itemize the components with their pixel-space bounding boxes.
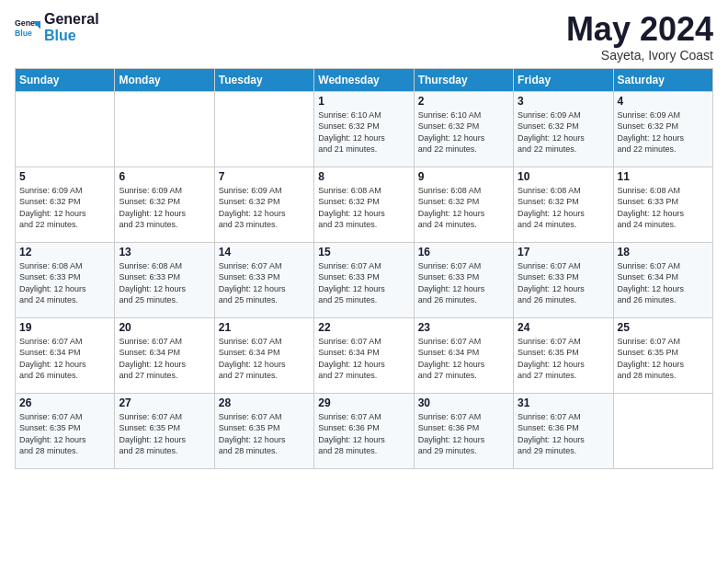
day-number: 31 (518, 396, 609, 409)
day-number: 28 (219, 396, 310, 409)
day-info: Sunrise: 6:07 AMSunset: 6:33 PMDaylight:… (418, 260, 509, 306)
calendar-cell (613, 393, 712, 468)
day-number: 2 (418, 95, 509, 108)
day-number: 26 (19, 396, 110, 409)
calendar-week-1: 1Sunrise: 6:10 AMSunset: 6:32 PMDaylight… (16, 91, 713, 167)
calendar-cell: 13Sunrise: 6:08 AMSunset: 6:33 PMDayligh… (115, 242, 214, 317)
day-number: 14 (219, 246, 310, 259)
calendar-cell: 16Sunrise: 6:07 AMSunset: 6:33 PMDayligh… (414, 242, 513, 317)
calendar-cell: 9Sunrise: 6:08 AMSunset: 6:32 PMDaylight… (414, 167, 513, 242)
day-info: Sunrise: 6:07 AMSunset: 6:33 PMDaylight:… (219, 260, 310, 306)
day-number: 15 (318, 246, 409, 259)
weekday-header-thursday: Thursday (414, 68, 513, 91)
location-subtitle: Sayeta, Ivory Coast (566, 48, 713, 63)
weekday-header-friday: Friday (514, 68, 613, 91)
calendar-cell: 8Sunrise: 6:08 AMSunset: 6:32 PMDaylight… (314, 167, 414, 242)
calendar-cell: 26Sunrise: 6:07 AMSunset: 6:35 PMDayligh… (16, 393, 115, 468)
day-info: Sunrise: 6:10 AMSunset: 6:32 PMDaylight:… (318, 109, 409, 155)
calendar-week-3: 12Sunrise: 6:08 AMSunset: 6:33 PMDayligh… (16, 242, 713, 317)
calendar-cell: 28Sunrise: 6:07 AMSunset: 6:35 PMDayligh… (214, 393, 313, 468)
calendar-header: SundayMondayTuesdayWednesdayThursdayFrid… (16, 68, 713, 91)
day-number: 25 (618, 321, 709, 334)
day-info: Sunrise: 6:08 AMSunset: 6:33 PMDaylight:… (618, 185, 709, 231)
day-number: 19 (19, 321, 110, 334)
day-number: 4 (618, 95, 709, 108)
calendar-cell: 18Sunrise: 6:07 AMSunset: 6:34 PMDayligh… (613, 242, 712, 317)
day-info: Sunrise: 6:07 AMSunset: 6:34 PMDaylight:… (219, 336, 310, 382)
day-info: Sunrise: 6:07 AMSunset: 6:36 PMDaylight:… (318, 411, 409, 457)
day-info: Sunrise: 6:07 AMSunset: 6:34 PMDaylight:… (19, 336, 110, 382)
calendar-cell: 20Sunrise: 6:07 AMSunset: 6:34 PMDayligh… (115, 317, 214, 393)
calendar-cell: 5Sunrise: 6:09 AMSunset: 6:32 PMDaylight… (16, 167, 115, 242)
calendar-cell: 21Sunrise: 6:07 AMSunset: 6:34 PMDayligh… (214, 317, 313, 393)
calendar-cell: 14Sunrise: 6:07 AMSunset: 6:33 PMDayligh… (214, 242, 313, 317)
calendar-cell: 10Sunrise: 6:08 AMSunset: 6:32 PMDayligh… (514, 167, 613, 242)
day-number: 1 (318, 95, 409, 108)
day-number: 16 (418, 246, 509, 259)
calendar-body: 1Sunrise: 6:10 AMSunset: 6:32 PMDaylight… (16, 91, 713, 468)
day-info: Sunrise: 6:08 AMSunset: 6:32 PMDaylight:… (318, 185, 409, 231)
calendar-cell: 30Sunrise: 6:07 AMSunset: 6:36 PMDayligh… (414, 393, 513, 468)
weekday-header-sunday: Sunday (16, 68, 115, 91)
logo: General Blue General Blue (15, 11, 99, 43)
calendar-cell: 4Sunrise: 6:09 AMSunset: 6:32 PMDaylight… (613, 91, 712, 167)
calendar-cell: 23Sunrise: 6:07 AMSunset: 6:34 PMDayligh… (414, 317, 513, 393)
day-number: 12 (19, 246, 110, 259)
calendar-cell: 1Sunrise: 6:10 AMSunset: 6:32 PMDaylight… (314, 91, 414, 167)
calendar-cell: 29Sunrise: 6:07 AMSunset: 6:36 PMDayligh… (314, 393, 414, 468)
calendar-cell (115, 91, 214, 167)
weekday-header-wednesday: Wednesday (314, 68, 414, 91)
calendar-cell: 15Sunrise: 6:07 AMSunset: 6:33 PMDayligh… (314, 242, 414, 317)
day-info: Sunrise: 6:07 AMSunset: 6:34 PMDaylight:… (119, 336, 210, 382)
header: General Blue General Blue May 2024 Sayet… (15, 11, 713, 63)
day-number: 3 (518, 95, 609, 108)
day-number: 8 (318, 170, 409, 183)
day-info: Sunrise: 6:09 AMSunset: 6:32 PMDaylight:… (119, 185, 210, 231)
day-info: Sunrise: 6:07 AMSunset: 6:35 PMDaylight:… (219, 411, 310, 457)
svg-text:Blue: Blue (15, 28, 32, 37)
logo-line2: Blue (44, 28, 99, 44)
day-number: 30 (418, 396, 509, 409)
weekday-header-monday: Monday (115, 68, 214, 91)
day-number: 24 (518, 321, 609, 334)
calendar-week-2: 5Sunrise: 6:09 AMSunset: 6:32 PMDaylight… (16, 167, 713, 242)
calendar-cell: 22Sunrise: 6:07 AMSunset: 6:34 PMDayligh… (314, 317, 414, 393)
calendar-cell: 12Sunrise: 6:08 AMSunset: 6:33 PMDayligh… (16, 242, 115, 317)
day-info: Sunrise: 6:08 AMSunset: 6:33 PMDaylight:… (119, 260, 210, 306)
day-info: Sunrise: 6:07 AMSunset: 6:34 PMDaylight:… (418, 336, 509, 382)
calendar-cell: 24Sunrise: 6:07 AMSunset: 6:35 PMDayligh… (514, 317, 613, 393)
day-info: Sunrise: 6:09 AMSunset: 6:32 PMDaylight:… (19, 185, 110, 231)
calendar-cell: 6Sunrise: 6:09 AMSunset: 6:32 PMDaylight… (115, 167, 214, 242)
calendar-cell: 3Sunrise: 6:09 AMSunset: 6:32 PMDaylight… (514, 91, 613, 167)
day-number: 20 (119, 321, 210, 334)
calendar-cell: 2Sunrise: 6:10 AMSunset: 6:32 PMDaylight… (414, 91, 513, 167)
page-container: General Blue General Blue May 2024 Sayet… (0, 0, 728, 563)
weekday-header-tuesday: Tuesday (214, 68, 313, 91)
day-info: Sunrise: 6:07 AMSunset: 6:36 PMDaylight:… (518, 411, 609, 457)
day-info: Sunrise: 6:07 AMSunset: 6:35 PMDaylight:… (618, 336, 709, 382)
day-info: Sunrise: 6:08 AMSunset: 6:32 PMDaylight:… (418, 185, 509, 231)
calendar-cell: 11Sunrise: 6:08 AMSunset: 6:33 PMDayligh… (613, 167, 712, 242)
day-info: Sunrise: 6:07 AMSunset: 6:36 PMDaylight:… (418, 411, 509, 457)
calendar-cell: 17Sunrise: 6:07 AMSunset: 6:33 PMDayligh… (514, 242, 613, 317)
day-number: 13 (119, 246, 210, 259)
calendar-cell: 7Sunrise: 6:09 AMSunset: 6:32 PMDaylight… (214, 167, 313, 242)
day-number: 5 (19, 170, 110, 183)
weekday-header-row: SundayMondayTuesdayWednesdayThursdayFrid… (16, 68, 713, 91)
day-number: 10 (518, 170, 609, 183)
day-number: 11 (618, 170, 709, 183)
day-info: Sunrise: 6:07 AMSunset: 6:35 PMDaylight:… (518, 336, 609, 382)
calendar-cell (16, 91, 115, 167)
day-number: 18 (618, 246, 709, 259)
day-number: 27 (119, 396, 210, 409)
calendar-cell: 27Sunrise: 6:07 AMSunset: 6:35 PMDayligh… (115, 393, 214, 468)
day-info: Sunrise: 6:08 AMSunset: 6:33 PMDaylight:… (19, 260, 110, 306)
day-info: Sunrise: 6:08 AMSunset: 6:32 PMDaylight:… (518, 185, 609, 231)
calendar-cell: 19Sunrise: 6:07 AMSunset: 6:34 PMDayligh… (16, 317, 115, 393)
day-number: 6 (119, 170, 210, 183)
calendar-cell: 25Sunrise: 6:07 AMSunset: 6:35 PMDayligh… (613, 317, 712, 393)
calendar-week-5: 26Sunrise: 6:07 AMSunset: 6:35 PMDayligh… (16, 393, 713, 468)
logo-wordmark: General Blue (44, 11, 99, 43)
day-info: Sunrise: 6:07 AMSunset: 6:34 PMDaylight:… (618, 260, 709, 306)
day-info: Sunrise: 6:09 AMSunset: 6:32 PMDaylight:… (518, 109, 609, 155)
